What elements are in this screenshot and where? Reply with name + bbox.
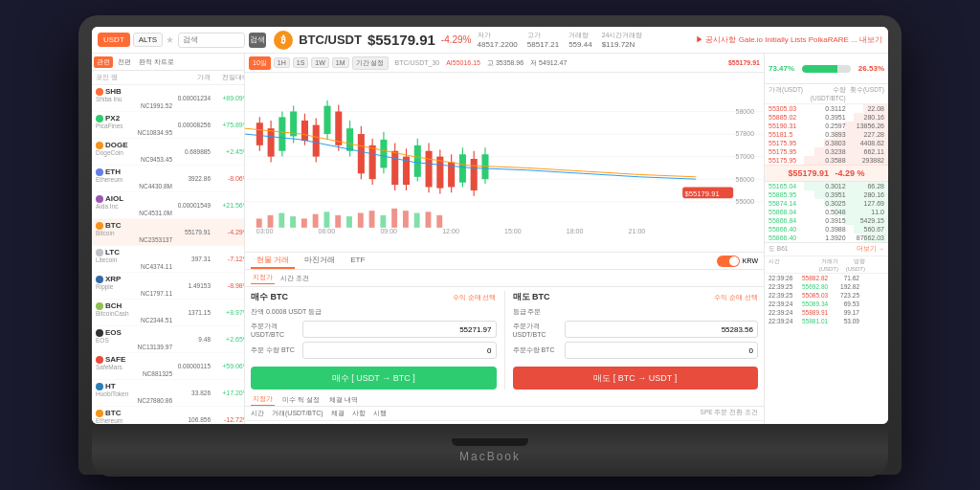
ob-sell-qty: 0.2597 bbox=[807, 122, 845, 129]
buy-amount-input[interactable] bbox=[302, 342, 497, 359]
tab-spot[interactable]: 현물 거래 bbox=[251, 253, 295, 269]
svg-rect-63 bbox=[358, 213, 364, 228]
ob-sell-price: 55175.95 bbox=[768, 148, 807, 155]
stat-vol: 거래량 559.44 bbox=[568, 31, 591, 49]
col-time: 시간 bbox=[251, 409, 264, 418]
coin-volume: NC2353137 bbox=[96, 236, 172, 243]
ob-buy-row[interactable]: 55866.40 1.3920 87662.03 bbox=[765, 234, 888, 242]
sidebar-tab-group: 관련 전편 완적 차트로 bbox=[92, 54, 244, 71]
trade-time: 22:39:24 bbox=[768, 309, 802, 316]
trading-tab-group: 현물 거래 마진거래 ETF KRW bbox=[245, 253, 764, 270]
coin-symbol: DOGE bbox=[96, 141, 172, 149]
ob-sell-row[interactable]: 55175.95 0.3238 662.11 bbox=[765, 147, 888, 156]
coin-name-cell: BTC Ethereum NC41881.86 bbox=[96, 409, 172, 424]
buy-price-input[interactable] bbox=[302, 321, 497, 338]
tab-margin[interactable]: 마진거래 bbox=[299, 253, 341, 269]
coin-list-item[interactable]: SHB Shiba Inu NC1991.52 0.00001234 +89.0… bbox=[92, 85, 244, 112]
sell-submit-button[interactable]: 매도 [ BTC → USDT ] bbox=[513, 367, 759, 390]
coin-list-item[interactable]: BTC Bitcoin NC2353137 55179.91 -4.29% bbox=[92, 219, 244, 246]
coin-price: 3922.86 bbox=[172, 175, 211, 182]
buy-submit-button[interactable]: 매수 [ USDT → BTC ] bbox=[251, 367, 497, 390]
svg-text:57800: 57800 bbox=[736, 130, 755, 137]
ob-buy-row[interactable]: 55868.04 0.5048 11.0 bbox=[765, 208, 888, 216]
ob-sell-row[interactable]: 55190.31 0.2597 13856.26 bbox=[765, 122, 888, 130]
coin-change: -7.12% bbox=[211, 256, 244, 262]
ob-sell-row[interactable]: 55175.95 0.3588 293882 bbox=[765, 156, 888, 165]
chart-high: 고 35358.96 bbox=[487, 58, 523, 68]
sell-price-input[interactable] bbox=[565, 321, 759, 338]
ob-buy-row[interactable]: 55866.40 0.3988 560.67 bbox=[765, 225, 888, 234]
chart-btn-1h[interactable]: 1H bbox=[274, 57, 290, 68]
sell-price-label: 주문가격 USDT/BTC bbox=[513, 322, 561, 338]
trade-history-row: 22:39:24 55089.34 69.53 bbox=[765, 300, 888, 308]
trade-price: 55881.01 bbox=[802, 318, 826, 324]
chart-btn-period[interactable]: 기간 설정 bbox=[352, 56, 389, 70]
ob-sell-price: 55181.5 bbox=[768, 131, 807, 138]
coin-symbol: SHB bbox=[96, 87, 172, 96]
ob-sell-row[interactable]: 55175.95 0.3803 4408.62 bbox=[765, 139, 888, 147]
sidebar-tab-all[interactable]: 전편 bbox=[115, 56, 134, 68]
coin-list-item[interactable]: AIOL Aida Inc NC4531.0M 0.00001549 +21.5… bbox=[92, 192, 244, 219]
chart-btn-1m[interactable]: 1M bbox=[332, 57, 349, 68]
svg-rect-68 bbox=[414, 213, 420, 228]
coin-list-item[interactable]: HT HuobiToken NC27880.86 33.826 +17.20% bbox=[92, 380, 244, 407]
svg-text:$55179.91: $55179.91 bbox=[685, 189, 720, 198]
buy-balance: 잔액 0.0008 USDT 등급 bbox=[251, 307, 497, 317]
search-input[interactable] bbox=[178, 33, 245, 48]
buy-quick-label[interactable]: 수익 순매 선택 bbox=[453, 293, 497, 302]
coin-price: 397.31 bbox=[172, 256, 211, 262]
chart-btn-10[interactable]: 10일 bbox=[249, 56, 271, 70]
svg-rect-57 bbox=[290, 216, 296, 228]
ob-buy-qty: 0.3951 bbox=[807, 191, 845, 198]
coin-list-item[interactable]: EOS EOS NC13139.97 9.48 +2.65% bbox=[92, 326, 244, 353]
chart-btn-1s[interactable]: 1S bbox=[293, 57, 309, 68]
coin-change: +21.56% bbox=[211, 202, 244, 209]
history-tab-filled[interactable]: 체결 내역 bbox=[327, 394, 360, 406]
sidebar-tab-chart[interactable]: 완적 차트로 bbox=[136, 56, 177, 68]
ob-sell-row[interactable]: 55305.03 0.3112 22.08 bbox=[765, 104, 888, 113]
coin-list-item[interactable]: BTC Ethereum NC41881.86 106.856 -12.72% bbox=[92, 407, 244, 424]
favorites-icon[interactable]: ★ bbox=[166, 34, 174, 45]
trade-time: 22:39:25 bbox=[768, 292, 802, 299]
coin-list-item[interactable]: DOGE DogeCoin NC9453.45 0.689885 +2.45% bbox=[92, 139, 244, 166]
ob-buy-row[interactable]: 55866.84 0.3915 5429.15 bbox=[765, 216, 888, 225]
tab-alts[interactable]: ALTS bbox=[133, 33, 163, 47]
coin-list-item[interactable]: XRP Ripple NC1797.11 1.49153 -8.98% bbox=[92, 273, 244, 300]
history-tab-settings[interactable]: 미수 틱 설정 bbox=[280, 394, 322, 406]
tab-etf[interactable]: ETF bbox=[345, 254, 370, 268]
coin-list-item[interactable]: ETH Ethereum NC4430.8M 3922.86 -8.06% bbox=[92, 166, 244, 192]
trade-history-more[interactable]: 더보기 → bbox=[857, 245, 884, 254]
ob-current-price: $55179.91 -4.29 % bbox=[765, 165, 888, 182]
tab-usdt[interactable]: USDT bbox=[98, 33, 130, 47]
news-banner[interactable]: ▶ 공시사항 Gale.io Initially Lists PolkaRARE… bbox=[696, 34, 882, 45]
coin-full-name: Aida Inc bbox=[96, 203, 172, 210]
ob-sell-row[interactable]: 55181.5 0.3893 227.28 bbox=[765, 130, 888, 139]
order-tab-limit[interactable]: 지정가 bbox=[251, 272, 275, 284]
ob-buy-row[interactable]: 55165.04 0.3012 66.28 bbox=[765, 182, 888, 190]
sell-quick-label[interactable]: 수익 순매 선택 bbox=[714, 293, 758, 302]
search-button[interactable]: 검색 bbox=[249, 33, 266, 48]
coin-full-name: DogeCoin bbox=[96, 149, 172, 156]
ob-sell-row[interactable]: 55885.02 0.3951 280.16 bbox=[765, 113, 888, 122]
chart-btn-1w[interactable]: 1W bbox=[311, 57, 329, 68]
history-tab-limit[interactable]: 지정가 bbox=[251, 393, 275, 406]
coin-name-cell: SHB Shiba Inu NC1991.52 bbox=[96, 87, 172, 109]
coin-list-item[interactable]: PX2 PicaFines NC10834.95 0.00008256 +75.… bbox=[92, 112, 244, 139]
svg-text:58000: 58000 bbox=[736, 108, 755, 115]
krw-toggle-switch[interactable] bbox=[717, 256, 740, 267]
coin-list-item[interactable]: BCH BitcoinCash NC2344.51 1371.15 +8.97% bbox=[92, 300, 244, 326]
coin-price: 106.856 bbox=[172, 416, 211, 423]
coin-list-item[interactable]: SAFE SafeMars NC881325 0.00000115 +59.06… bbox=[92, 353, 244, 380]
order-tab-time[interactable]: 시간 조건 bbox=[278, 273, 311, 284]
sell-balance: 등급 주문 bbox=[513, 307, 759, 317]
svg-rect-59 bbox=[313, 214, 319, 228]
sell-amount-input[interactable] bbox=[565, 342, 759, 359]
ob-sell-price: 55190.31 bbox=[768, 122, 807, 129]
ob-buy-row[interactable]: 55874.14 0.3025 127.69 bbox=[765, 199, 888, 208]
coin-list-item[interactable]: LTC Litecoin NC4374.11 397.31 -7.12% bbox=[92, 246, 244, 273]
coin-full-name: Bitcoin bbox=[96, 230, 172, 236]
sidebar-tab-related[interactable]: 관련 bbox=[94, 56, 113, 68]
order-divider bbox=[504, 291, 505, 390]
coin-change: +2.65% bbox=[211, 336, 244, 343]
ob-buy-row[interactable]: 55885.95 0.3951 280.16 bbox=[765, 190, 888, 199]
